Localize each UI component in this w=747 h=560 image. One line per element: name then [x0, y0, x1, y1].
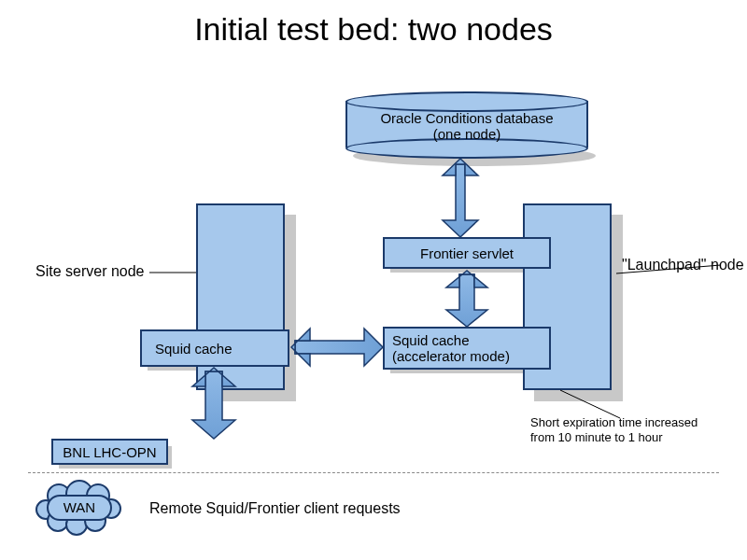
oracle-db-cylinder: Oracle Conditions database (one node) — [345, 91, 588, 157]
launchpad-node-label: "Launchpad" node — [622, 257, 744, 273]
oracle-db-label-line2: (one node) — [345, 126, 588, 142]
expiration-note-line2: from 10 minute to 1 hour — [530, 430, 736, 445]
squid-cache-right-label-2: (accelerator mode) — [392, 348, 510, 364]
svg-marker-1 — [443, 159, 478, 175]
squid-cache-right-label-1: Squid cache — [392, 332, 470, 348]
squid-cache-left-label: Squid cache — [155, 341, 233, 357]
arrow-frontier-to-squid-right — [446, 271, 487, 327]
frontier-servlet-box: Frontier servlet — [383, 237, 551, 269]
oracle-db-label: Oracle Conditions database (one node) — [345, 110, 588, 143]
svg-marker-0 — [443, 164, 478, 237]
connector-arrows — [0, 0, 747, 560]
expiration-note: Short expiration time increased from 10 … — [530, 415, 736, 444]
network-boundary-line — [28, 472, 719, 473]
site-server-node-label: Site server node — [35, 263, 145, 280]
svg-marker-4 — [295, 329, 383, 366]
page-title: Initial test bed: two nodes — [0, 11, 747, 48]
wan-label: WAN — [37, 499, 121, 515]
expiration-note-line1: Short expiration time increased — [530, 415, 736, 430]
arrow-db-to-frontier — [443, 159, 478, 237]
svg-marker-3 — [446, 271, 487, 287]
bnl-lhc-opn-label: BNL LHC-OPN — [63, 444, 156, 460]
svg-marker-2 — [446, 274, 487, 327]
bnl-lhc-opn-box: BNL LHC-OPN — [51, 439, 168, 465]
squid-cache-right-box: Squid cache (accelerator mode) — [383, 327, 551, 370]
frontier-servlet-label: Frontier servlet — [420, 245, 514, 261]
remote-requests-label: Remote Squid/Frontier client requests — [149, 500, 401, 517]
oracle-db-label-line1: Oracle Conditions database — [345, 110, 588, 126]
wan-cloud: WAN — [37, 485, 121, 532]
arrow-squid-left-right — [291, 329, 383, 366]
squid-cache-left-box: Squid cache — [140, 329, 289, 367]
